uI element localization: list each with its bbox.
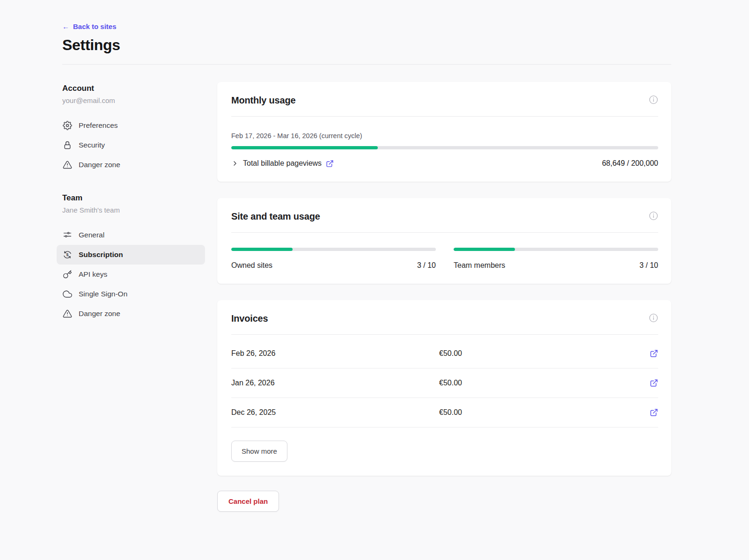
invoices-card: Invoices Feb 26, 2026 €50.00 [217, 300, 671, 476]
owned-sites-progress-fill [231, 248, 293, 251]
show-more-button[interactable]: Show more [231, 441, 287, 462]
card-divider [231, 232, 658, 233]
owned-sites-value: 3 / 10 [417, 261, 436, 270]
account-heading: Account [62, 84, 205, 93]
team-members-value: 3 / 10 [639, 261, 658, 270]
team-members-progress-bar [454, 248, 658, 251]
invoice-list: Feb 26, 2026 €50.00 Jan 26, 2026 €50.00 [231, 339, 658, 427]
info-icon[interactable] [649, 211, 658, 221]
chevron-right-icon [231, 160, 239, 167]
invoice-date: Jan 26, 2026 [231, 379, 439, 387]
cancel-plan-button[interactable]: Cancel plan [217, 491, 279, 512]
invoice-row: Feb 26, 2026 €50.00 [231, 339, 658, 368]
sidebar-item-account-danger-zone[interactable]: Danger zone [57, 155, 205, 175]
invoice-row: Jan 26, 2026 €50.00 [231, 368, 658, 398]
page-title: Settings [62, 37, 671, 54]
header-divider [62, 64, 671, 65]
external-link-icon[interactable] [650, 349, 658, 358]
monthly-usage-title: Monthly usage [231, 95, 295, 106]
invoice-date: Dec 26, 2025 [231, 408, 439, 417]
account-email: your@email.com [62, 96, 205, 104]
sidebar-item-label: Preferences [79, 121, 118, 130]
pageviews-progress-bar [231, 146, 658, 149]
invoice-amount: €50.00 [439, 349, 647, 358]
owned-sites-meter: Owned sites 3 / 10 [231, 248, 436, 270]
back-to-sites-link[interactable]: ← Back to sites [62, 22, 117, 30]
external-link-icon[interactable] [650, 408, 658, 417]
sliders-icon [63, 230, 72, 240]
cloud-icon [63, 289, 72, 299]
invoice-date: Feb 26, 2026 [231, 349, 439, 358]
lock-icon [63, 140, 72, 150]
owned-sites-progress-bar [231, 248, 436, 251]
external-link-icon[interactable] [650, 379, 658, 387]
team-members-label: Team members [454, 261, 505, 270]
team-heading: Team [62, 193, 205, 203]
sidebar-item-label: Subscription [79, 251, 123, 259]
billable-pageviews-label: Total billable pageviews [243, 159, 322, 168]
settings-page: ← Back to sites Settings Account your@em… [0, 0, 749, 560]
pageviews-progress-fill [231, 146, 378, 149]
external-link-icon[interactable] [326, 160, 334, 168]
warning-triangle-icon [63, 309, 72, 318]
sidebar-item-label: API keys [79, 270, 107, 279]
key-icon [63, 270, 72, 279]
account-nav: Preferences Security Danger zone [57, 116, 205, 175]
billable-pageviews-toggle[interactable]: Total billable pageviews [231, 159, 334, 168]
sidebar-item-security[interactable]: Security [57, 135, 205, 155]
arrow-left-icon: ← [62, 22, 69, 30]
sidebar-item-team-danger-zone[interactable]: Danger zone [57, 304, 205, 324]
invoice-row: Dec 26, 2025 €50.00 [231, 398, 658, 427]
back-link-label: Back to sites [73, 22, 117, 30]
gear-icon [63, 121, 72, 130]
info-icon[interactable] [649, 95, 658, 104]
sidebar-item-label: Danger zone [79, 309, 120, 318]
sidebar-item-single-sign-on[interactable]: Single Sign-On [57, 284, 205, 304]
sidebar-item-subscription[interactable]: $ Subscription [57, 245, 205, 265]
dollar-refresh-icon: $ [63, 250, 72, 259]
card-divider [231, 116, 658, 117]
invoice-amount: €50.00 [439, 379, 647, 387]
monthly-usage-card: Monthly usage Feb 17, 2026 - Mar 16, 202… [217, 82, 671, 182]
sidebar-item-preferences[interactable]: Preferences [57, 116, 205, 135]
info-icon[interactable] [649, 313, 658, 323]
team-name: Jane Smith's team [62, 206, 205, 214]
svg-text:$: $ [66, 252, 69, 257]
sidebar-item-label: General [79, 231, 104, 239]
warning-triangle-icon [63, 160, 72, 169]
owned-sites-label: Owned sites [231, 261, 272, 270]
settings-main: Monthly usage Feb 17, 2026 - Mar 16, 202… [217, 82, 671, 512]
invoice-amount: €50.00 [439, 408, 647, 417]
sidebar-item-label: Security [79, 141, 105, 149]
site-team-usage-title: Site and team usage [231, 211, 320, 222]
settings-sidebar: Account your@email.com Preferences Secur… [62, 82, 205, 324]
sidebar-item-general[interactable]: General [57, 225, 205, 245]
sidebar-section-account: Account your@email.com Preferences Secur… [62, 84, 205, 175]
sidebar-item-label: Danger zone [79, 161, 120, 169]
team-members-meter: Team members 3 / 10 [454, 248, 658, 270]
sidebar-item-api-keys[interactable]: API keys [57, 265, 205, 284]
sidebar-item-label: Single Sign-On [79, 290, 127, 298]
pageviews-usage-value: 68,649 / 200,000 [602, 159, 658, 168]
sidebar-section-team: Team Jane Smith's team General $ Subscri… [62, 193, 205, 324]
invoices-title: Invoices [231, 313, 268, 324]
team-members-progress-fill [454, 248, 515, 251]
billing-cycle-label: Feb 17, 2026 - Mar 16, 2026 (current cyc… [231, 132, 658, 140]
card-divider [231, 334, 658, 335]
site-team-usage-card: Site and team usage Owned sites 3 / 10 [217, 198, 671, 284]
team-nav: General $ Subscription API keys [57, 225, 205, 324]
